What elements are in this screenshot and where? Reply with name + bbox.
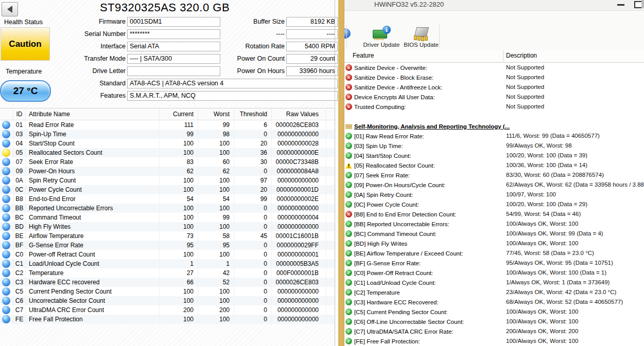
- feature-row[interactable]: [BF] G-Sense Error Rate:95/Always OK, Wo…: [344, 258, 644, 268]
- attribute-row[interactable]: 09Power-On Hours626200000000084A8: [0, 167, 335, 176]
- description-text: 200/Always OK, Worst: 200: [506, 326, 578, 336]
- field-value[interactable]: Serial ATA: [127, 42, 220, 51]
- feature-row[interactable]: [C3] Hardware ECC Recovered:68/Always OK…: [344, 297, 644, 307]
- ok-icon: [345, 338, 352, 344]
- cell-current: 27: [160, 268, 198, 278]
- attribute-row[interactable]: C7UltraDMA CRC Error Count20020000000000…: [0, 305, 335, 315]
- attribute-row[interactable]: BCCommand Timeout100990000000000004: [0, 213, 335, 222]
- close-button-partial[interactable]: [641, 0, 644, 8]
- driver-update-button[interactable]: i Driver Update: [359, 24, 404, 48]
- field-value[interactable]: S.M.A.R.T., APM, NCQ: [127, 91, 338, 101]
- column-divider[interactable]: [503, 50, 503, 62]
- field-value[interactable]: 0001SDM1: [127, 17, 220, 27]
- cell-current: 100: [160, 185, 198, 194]
- feature-row[interactable]: [BD] High Fly Writes100/Always OK, Worst…: [344, 239, 644, 248]
- feature-row[interactable]: [B8] End to End Error Detection Count:54…: [344, 209, 644, 219]
- attribute-row[interactable]: 03Spin-Up Time99980000000000000: [0, 130, 335, 139]
- attribute-row[interactable]: BFG-Sense Error Rate959500000000029FF: [0, 241, 335, 250]
- attribute-row[interactable]: 0ASpin Retry Count10010097000000000000: [0, 176, 335, 185]
- feature-row[interactable]: Trusted Computing:Not Supported: [344, 102, 644, 112]
- feature-row[interactable]: [FE] Free Fall Protection:100/Always OK,…: [344, 336, 644, 346]
- section-header-row[interactable]: Self-Monitoring, Analysis and Reporting …: [344, 121, 644, 131]
- attribute-row[interactable]: 07Seek Error Rate83603000000C73348B: [0, 157, 335, 167]
- description-text: 23/Always OK, Worst: 42 (Data = 23.0 °C): [506, 287, 616, 297]
- feature-column-header[interactable]: Feature: [353, 52, 374, 59]
- attribute-row[interactable]: C1Load/Unload Cycle Count11000000005B3A5: [0, 259, 335, 268]
- attribute-name-column-header[interactable]: Attribute Name: [26, 108, 160, 120]
- feature-row[interactable]: [C1] Load/Unload Cycle Count:1/Always OK…: [344, 278, 644, 287]
- attribute-row[interactable]: FEFree Fall Protection100100000000000000…: [0, 315, 335, 324]
- cell-raw-values: 00000000001D: [272, 185, 326, 194]
- field-value[interactable]: 33960 hours: [286, 66, 338, 76]
- attribute-row[interactable]: 0CPower Cycle Count1001002000000000001D: [0, 185, 335, 194]
- attribute-row[interactable]: C3Hardware ECC recovered665200000026CE80…: [0, 278, 335, 287]
- feature-row[interactable]: [BB] Reported Uncorrectable Errors:100/A…: [344, 219, 644, 229]
- cell-worst: 58: [198, 231, 234, 241]
- feature-row[interactable]: [04] Start/Stop Count:100/20, Worst: 100…: [344, 151, 644, 160]
- attribute-row[interactable]: BBReported Uncorrectable Errors100100000…: [0, 204, 335, 213]
- cell-worst: 100: [198, 287, 234, 296]
- attribute-row[interactable]: 01Read Error Rate1119960000026CE803: [0, 120, 335, 130]
- minimize-button[interactable]: [617, 4, 624, 6]
- feature-row[interactable]: [C2] Temperature23/Always OK, Worst: 42 …: [344, 287, 644, 297]
- feature-text: [04] Start/Stop Count:: [354, 153, 411, 159]
- feature-row[interactable]: [09] Power-On Hours/Cycle Count:62/Alway…: [344, 180, 644, 190]
- attribute-row[interactable]: C6Uncorrectable Sector Count100100000000…: [0, 296, 335, 305]
- status-cell: [0, 148, 13, 157]
- attribute-row[interactable]: C2Temperature27420000F0000001B: [0, 268, 335, 278]
- field-value[interactable]: [127, 66, 220, 76]
- attribute-row[interactable]: C0Power-off Retract Count100100000000000…: [0, 250, 335, 259]
- ok-icon: [345, 279, 352, 286]
- feature-row[interactable]: [C5] Current Pending Sector Count:100/Al…: [344, 307, 644, 317]
- feature-row[interactable]: [07] Seek Error Rate:83/30, Worst: 60 (D…: [344, 170, 644, 180]
- cell-raw-values: 000000000000: [272, 287, 326, 296]
- feature-text: [BF] G-Sense Error Rate:: [354, 260, 421, 266]
- feature-row[interactable]: [0A] Spin Retry Count:100/97, Worst: 100: [344, 190, 644, 199]
- section-icon: [345, 124, 352, 130]
- toolbar-separator: [346, 25, 347, 47]
- ok-icon: [345, 289, 352, 296]
- attribute-row[interactable]: 05Reallocated Sectors Count1001003600000…: [0, 148, 335, 157]
- feature-row[interactable]: [C7] UltraDMA/SATA CRC Error Rate:200/Al…: [344, 326, 644, 336]
- field-value[interactable]: 5400 RPM: [286, 42, 338, 51]
- feature-row[interactable]: Device Encrypts All User Data:Not Suppor…: [344, 92, 644, 102]
- cell-id: FE: [13, 315, 26, 324]
- attribute-row[interactable]: BEAirflow Temperature73584500001C16001B: [0, 231, 335, 241]
- feature-row[interactable]: [01] Raw Read Error Rate:111/6, Worst: 9…: [344, 131, 644, 141]
- feature-row[interactable]: [03] Spin Up Time:99/Always OK, Worst: 9…: [344, 141, 644, 151]
- current-column-header[interactable]: Current: [160, 108, 198, 120]
- field-value[interactable]: ----: [286, 29, 338, 39]
- cell-id: C2: [13, 268, 26, 278]
- field-value[interactable]: 29 count: [286, 54, 338, 64]
- feature-row[interactable]: [BE] Airflow Temperature / Exceed Count:…: [344, 248, 644, 258]
- field-value[interactable]: ATA8-ACS | ATA8-ACS version 4: [127, 79, 338, 88]
- attribute-row[interactable]: BDHigh Fly Writes1001000000000000000: [0, 222, 335, 231]
- feature-row[interactable]: Sanitize Device - Block Erase:Not Suppor…: [344, 72, 644, 82]
- feature-row[interactable]: [BC] Command Timeout Count:100/Always OK…: [344, 229, 644, 239]
- id-column-header[interactable]: ID: [13, 108, 26, 120]
- bios-update-button[interactable]: BIOS Update: [404, 24, 438, 48]
- description-column-header[interactable]: Description: [506, 52, 537, 59]
- feature-row[interactable]: [05] Reallocated Sector Count:100/36, Wo…: [344, 160, 644, 170]
- cell-attribute-name: Reallocated Sectors Count: [26, 148, 160, 157]
- field-value[interactable]: ********: [127, 29, 220, 39]
- cell-threshold: 99: [234, 194, 272, 204]
- worst-column-header[interactable]: Worst: [198, 108, 234, 120]
- feature-row[interactable]: Sanitize Device - Overwrite:Not Supporte…: [344, 63, 644, 72]
- feature-row[interactable]: [C6] Off-Line Uncorrectable Sector Count…: [344, 317, 644, 326]
- threshold-column-header[interactable]: Threshold: [234, 108, 272, 120]
- attribute-row[interactable]: C5Current Pending Sector Count1001000000…: [0, 287, 335, 296]
- hwinfo-titlebar[interactable]: HWiNFO32 v5.22-2820: [344, 0, 644, 11]
- cell-threshold: 20: [234, 185, 272, 194]
- feature-row[interactable]: Sanitize Device - Antifreeze Lock:Not Su…: [344, 82, 644, 92]
- description-text: 100/Always OK, Worst: 100 (Data = 1): [506, 268, 606, 278]
- attribute-row[interactable]: B8End-to-End Error54549900000000002E: [0, 194, 335, 204]
- status-cell: [0, 278, 13, 287]
- raw-values-column-header[interactable]: Raw Values: [272, 108, 326, 120]
- feature-row[interactable]: [0C] Power Cycle Count:100/20, Worst: 10…: [344, 199, 644, 209]
- field-value[interactable]: 8192 KB: [286, 17, 338, 27]
- feature-row[interactable]: [C0] Power-Off Retract Count:100/Always …: [344, 268, 644, 278]
- good-orb-icon: [2, 121, 10, 129]
- attribute-row[interactable]: 04Start/Stop Count10010020000000000028: [0, 139, 335, 148]
- field-value[interactable]: ---- | SATA/300: [127, 54, 220, 64]
